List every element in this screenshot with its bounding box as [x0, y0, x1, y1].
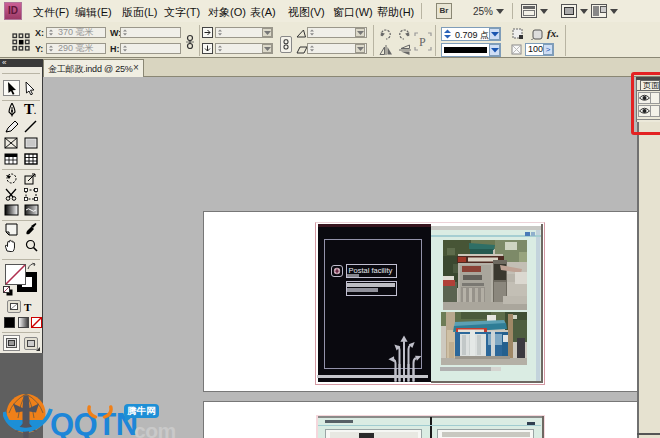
- svg-text:P: P: [419, 35, 426, 49]
